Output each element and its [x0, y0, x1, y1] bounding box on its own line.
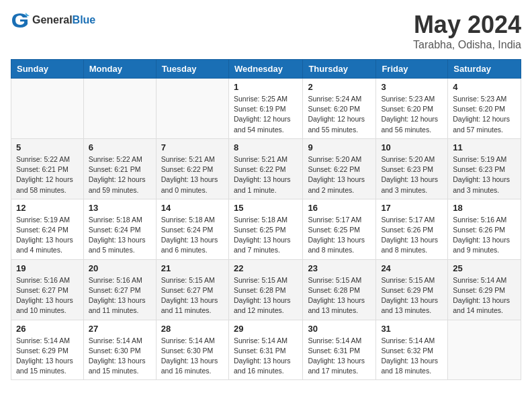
calendar-cell: 30Sunrise: 5:14 AMSunset: 6:31 PMDayligh… [303, 320, 376, 380]
calendar-cell: 27Sunrise: 5:14 AMSunset: 6:30 PMDayligh… [83, 320, 156, 380]
weekday-header-wednesday: Wednesday [228, 60, 302, 79]
calendar-cell: 7Sunrise: 5:21 AMSunset: 6:22 PMDaylight… [156, 138, 228, 199]
calendar-cell: 2Sunrise: 5:24 AMSunset: 6:20 PMDaylight… [303, 79, 376, 139]
calendar-cell [83, 79, 156, 139]
weekday-header-thursday: Thursday [303, 60, 376, 79]
day-number: 10 [381, 142, 443, 152]
day-info: Sunrise: 5:17 AMSunset: 6:25 PMDaylight:… [308, 215, 371, 256]
calendar-week-row: 19Sunrise: 5:16 AMSunset: 6:27 PMDayligh… [11, 259, 521, 320]
day-number: 2 [308, 82, 371, 92]
day-number: 16 [308, 203, 371, 213]
calendar-cell: 1Sunrise: 5:25 AMSunset: 6:19 PMDaylight… [228, 79, 302, 139]
calendar-cell: 24Sunrise: 5:15 AMSunset: 6:29 PMDayligh… [376, 259, 448, 320]
day-info: Sunrise: 5:16 AMSunset: 6:27 PMDaylight:… [89, 275, 151, 316]
day-number: 3 [381, 82, 443, 92]
day-info: Sunrise: 5:21 AMSunset: 6:22 PMDaylight:… [234, 154, 298, 195]
location-subtitle: Tarabha, Odisha, India [413, 39, 521, 51]
day-number: 12 [16, 203, 79, 213]
day-info: Sunrise: 5:18 AMSunset: 6:24 PMDaylight:… [89, 215, 151, 256]
calendar-cell: 25Sunrise: 5:14 AMSunset: 6:29 PMDayligh… [448, 259, 521, 320]
day-number: 17 [381, 203, 443, 213]
day-info: Sunrise: 5:18 AMSunset: 6:25 PMDaylight:… [234, 215, 298, 256]
day-number: 26 [16, 324, 79, 334]
calendar-cell [11, 79, 84, 139]
logo-blue-text: Blue [73, 14, 96, 26]
calendar-cell: 17Sunrise: 5:17 AMSunset: 6:26 PMDayligh… [376, 199, 448, 259]
day-number: 1 [234, 82, 298, 92]
day-number: 13 [89, 203, 151, 213]
day-info: Sunrise: 5:15 AMSunset: 6:28 PMDaylight:… [234, 275, 298, 316]
day-number: 22 [234, 263, 298, 273]
day-number: 20 [89, 263, 151, 273]
day-info: Sunrise: 5:14 AMSunset: 6:32 PMDaylight:… [381, 336, 443, 377]
calendar-cell: 3Sunrise: 5:23 AMSunset: 6:20 PMDaylight… [376, 79, 448, 139]
calendar-cell: 12Sunrise: 5:19 AMSunset: 6:24 PMDayligh… [11, 199, 84, 259]
day-number: 25 [453, 263, 516, 273]
logo-icon [11, 11, 30, 30]
day-number: 15 [234, 203, 298, 213]
day-number: 27 [89, 324, 151, 334]
calendar-cell: 8Sunrise: 5:21 AMSunset: 6:22 PMDaylight… [228, 138, 302, 199]
weekday-header-tuesday: Tuesday [156, 60, 228, 79]
weekday-header-friday: Friday [376, 60, 448, 79]
day-info: Sunrise: 5:20 AMSunset: 6:22 PMDaylight:… [308, 154, 371, 195]
calendar-cell: 23Sunrise: 5:15 AMSunset: 6:28 PMDayligh… [303, 259, 376, 320]
day-info: Sunrise: 5:20 AMSunset: 6:23 PMDaylight:… [381, 154, 443, 195]
day-number: 24 [381, 263, 443, 273]
calendar-cell: 14Sunrise: 5:18 AMSunset: 6:24 PMDayligh… [156, 199, 228, 259]
day-number: 31 [381, 324, 443, 334]
day-number: 7 [161, 142, 224, 152]
calendar-cell: 19Sunrise: 5:16 AMSunset: 6:27 PMDayligh… [11, 259, 84, 320]
calendar-week-row: 12Sunrise: 5:19 AMSunset: 6:24 PMDayligh… [11, 199, 521, 259]
day-number: 4 [453, 82, 516, 92]
day-number: 19 [16, 263, 79, 273]
day-info: Sunrise: 5:22 AMSunset: 6:21 PMDaylight:… [89, 154, 151, 195]
calendar-cell: 15Sunrise: 5:18 AMSunset: 6:25 PMDayligh… [228, 199, 302, 259]
day-info: Sunrise: 5:14 AMSunset: 6:31 PMDaylight:… [234, 336, 298, 377]
weekday-header-saturday: Saturday [448, 60, 521, 79]
calendar-cell [156, 79, 228, 139]
day-info: Sunrise: 5:16 AMSunset: 6:27 PMDaylight:… [16, 275, 79, 316]
day-number: 28 [161, 324, 224, 334]
day-info: Sunrise: 5:23 AMSunset: 6:20 PMDaylight:… [381, 94, 443, 135]
logo: GeneralBlue [11, 11, 95, 30]
month-year-title: May 2024 [413, 11, 521, 39]
calendar-week-row: 1Sunrise: 5:25 AMSunset: 6:19 PMDaylight… [11, 79, 521, 139]
calendar-cell: 20Sunrise: 5:16 AMSunset: 6:27 PMDayligh… [83, 259, 156, 320]
day-info: Sunrise: 5:24 AMSunset: 6:20 PMDaylight:… [308, 94, 371, 135]
day-number: 9 [308, 142, 371, 152]
day-info: Sunrise: 5:15 AMSunset: 6:27 PMDaylight:… [161, 275, 224, 316]
calendar-cell: 10Sunrise: 5:20 AMSunset: 6:23 PMDayligh… [376, 138, 448, 199]
day-info: Sunrise: 5:14 AMSunset: 6:29 PMDaylight:… [16, 336, 79, 377]
title-block: May 2024 Tarabha, Odisha, India [413, 11, 521, 51]
day-number: 21 [161, 263, 224, 273]
day-info: Sunrise: 5:14 AMSunset: 6:30 PMDaylight:… [89, 336, 151, 377]
day-info: Sunrise: 5:14 AMSunset: 6:29 PMDaylight:… [453, 275, 516, 316]
day-info: Sunrise: 5:21 AMSunset: 6:22 PMDaylight:… [161, 154, 224, 195]
day-info: Sunrise: 5:16 AMSunset: 6:26 PMDaylight:… [453, 215, 516, 256]
calendar-table: SundayMondayTuesdayWednesdayThursdayFrid… [11, 59, 521, 380]
calendar-cell: 29Sunrise: 5:14 AMSunset: 6:31 PMDayligh… [228, 320, 302, 380]
calendar-cell: 18Sunrise: 5:16 AMSunset: 6:26 PMDayligh… [448, 199, 521, 259]
day-number: 8 [234, 142, 298, 152]
day-number: 18 [453, 203, 516, 213]
calendar-cell: 9Sunrise: 5:20 AMSunset: 6:22 PMDaylight… [303, 138, 376, 199]
calendar-cell: 31Sunrise: 5:14 AMSunset: 6:32 PMDayligh… [376, 320, 448, 380]
calendar-cell: 11Sunrise: 5:19 AMSunset: 6:23 PMDayligh… [448, 138, 521, 199]
calendar-week-row: 5Sunrise: 5:22 AMSunset: 6:21 PMDaylight… [11, 138, 521, 199]
day-info: Sunrise: 5:17 AMSunset: 6:26 PMDaylight:… [381, 215, 443, 256]
calendar-cell: 16Sunrise: 5:17 AMSunset: 6:25 PMDayligh… [303, 199, 376, 259]
day-number: 14 [161, 203, 224, 213]
day-number: 23 [308, 263, 371, 273]
day-number: 29 [234, 324, 298, 334]
calendar-week-row: 26Sunrise: 5:14 AMSunset: 6:29 PMDayligh… [11, 320, 521, 380]
calendar-cell [448, 320, 521, 380]
weekday-header-monday: Monday [83, 60, 156, 79]
calendar-cell: 13Sunrise: 5:18 AMSunset: 6:24 PMDayligh… [83, 199, 156, 259]
day-number: 30 [308, 324, 371, 334]
calendar-cell: 6Sunrise: 5:22 AMSunset: 6:21 PMDaylight… [83, 138, 156, 199]
calendar-cell: 21Sunrise: 5:15 AMSunset: 6:27 PMDayligh… [156, 259, 228, 320]
weekday-header-row: SundayMondayTuesdayWednesdayThursdayFrid… [11, 60, 521, 79]
day-info: Sunrise: 5:15 AMSunset: 6:29 PMDaylight:… [381, 275, 443, 316]
day-info: Sunrise: 5:18 AMSunset: 6:24 PMDaylight:… [161, 215, 224, 256]
